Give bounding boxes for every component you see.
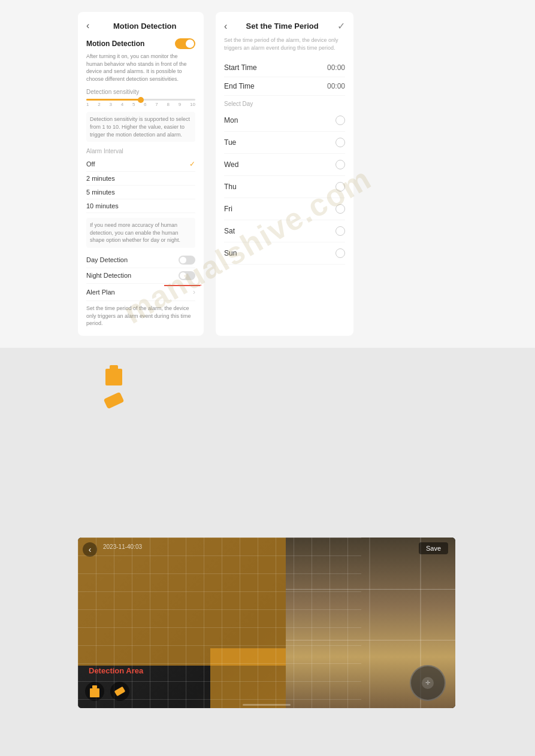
detection-area-label: Detection Area <box>89 666 143 675</box>
interval-10min-label: 10 minutes <box>86 202 119 210</box>
stamp-tool-button[interactable] <box>85 682 104 701</box>
motion-description: After turning it on, you can monitor the… <box>86 53 195 83</box>
joystick[interactable]: ✛ <box>410 665 446 701</box>
day-row-tue[interactable]: Tue <box>224 132 345 154</box>
day-row-thu[interactable]: Thu <box>224 176 345 198</box>
end-time-row[interactable]: End Time 00:00 <box>224 77 345 96</box>
radio-fri[interactable] <box>335 204 345 214</box>
camera-view: ‹ 2023-11-40:03 Save Detection Area <box>78 538 455 708</box>
stamp-tool-icon <box>90 685 99 697</box>
start-time-value: 00:00 <box>327 63 345 72</box>
middle-icons <box>105 365 123 406</box>
day-row-fri[interactable]: Fri <box>224 198 345 220</box>
camera-back-arrow: ‹ <box>89 545 92 554</box>
interval-off-label: Off <box>86 160 95 168</box>
motion-detection-title: Motion Detection <box>94 22 195 31</box>
motion-detection-row: Motion Detection <box>86 38 195 49</box>
day-label-mon: Mon <box>224 116 238 125</box>
detection-note: If you need more accuracy of human detec… <box>86 218 195 248</box>
select-day-label: Select Day <box>224 96 345 110</box>
day-label-sat: Sat <box>224 227 235 235</box>
day-row-wed[interactable]: Wed <box>224 154 345 176</box>
interval-option-10min[interactable]: 10 minutes <box>86 199 195 213</box>
motion-detection-label: Motion Detection <box>86 40 144 48</box>
joystick-arrows: ✛ <box>425 680 430 686</box>
slider-thumb[interactable] <box>138 97 144 103</box>
start-time-row[interactable]: Start Time 00:00 <box>224 59 345 77</box>
time-period-description: Set the time period of the alarm, the de… <box>224 37 345 51</box>
radio-mon[interactable] <box>335 116 345 125</box>
start-time-label: Start Time <box>224 63 257 72</box>
sensitivity-slider[interactable]: 1 2 3 4 5 6 7 8 9 10 <box>86 99 195 107</box>
slider-track <box>86 99 195 101</box>
radio-thu[interactable] <box>335 182 345 192</box>
day-row-sat[interactable]: Sat <box>224 220 345 242</box>
left-panel: ‹ Motion Detection Motion Detection Afte… <box>78 12 204 336</box>
camera-back-button[interactable]: ‹ <box>83 542 97 557</box>
joystick-inner: ✛ <box>422 677 434 689</box>
scroll-bar <box>243 704 291 706</box>
interval-off-check: ✓ <box>189 160 195 168</box>
left-panel-header: ‹ Motion Detection <box>86 20 195 31</box>
end-time-label: End Time <box>224 82 255 90</box>
slider-fill <box>86 99 143 101</box>
alert-plan-row[interactable]: Alert Plan › <box>86 284 195 301</box>
day-detection-label: Day Detection <box>86 256 128 263</box>
day-label-fri: Fri <box>224 205 232 213</box>
day-row-mon[interactable]: Mon <box>224 110 345 132</box>
right-panel: ‹ Set the Time Period ✓ Set the time per… <box>216 12 353 336</box>
save-button[interactable]: Save <box>419 542 448 554</box>
right-panel-header: ‹ Set the Time Period ✓ <box>224 20 345 32</box>
time-period-title: Set the Time Period <box>227 22 337 31</box>
night-detection-toggle[interactable] <box>179 271 195 280</box>
radio-tue[interactable] <box>335 138 345 147</box>
day-detection-toggle[interactable] <box>179 256 195 265</box>
day-row-sun[interactable]: Sun <box>224 242 345 265</box>
interval-2min-label: 2 minutes <box>86 175 115 182</box>
sensitivity-note: Detection sensitivity is supported to se… <box>86 112 195 142</box>
interval-5min-label: 5 minutes <box>86 189 115 196</box>
interval-option-2min[interactable]: 2 minutes <box>86 172 195 186</box>
radio-wed[interactable] <box>335 160 345 169</box>
alarm-interval-label: Alarm Interval <box>86 148 195 154</box>
day-label-tue: Tue <box>224 138 236 147</box>
back-arrow-left[interactable]: ‹ <box>86 20 89 31</box>
eraser-tool-button[interactable] <box>110 682 129 701</box>
camera-timestamp: 2023-11-40:03 <box>103 544 142 550</box>
eraser-tool-icon <box>114 687 126 697</box>
day-label-sun: Sun <box>224 249 237 257</box>
top-section: ‹ Motion Detection Motion Detection Afte… <box>0 0 535 348</box>
camera-section: ‹ 2023-11-40:03 Save Detection Area <box>78 538 455 708</box>
alert-plan-description: Set the time period of the alarm, the de… <box>86 305 195 327</box>
radio-sun[interactable] <box>335 248 345 258</box>
camera-controls <box>85 682 129 701</box>
eraser-icon <box>104 392 125 409</box>
alert-plan-arrow <box>164 285 200 286</box>
day-label-thu: Thu <box>224 183 237 191</box>
day-detection-row: Day Detection <box>86 253 195 268</box>
chevron-right-icon: › <box>193 288 195 296</box>
stamp-icon <box>105 365 122 385</box>
night-detection-row: Night Detection <box>86 268 195 284</box>
day-label-wed: Wed <box>224 160 238 169</box>
interval-option-5min[interactable]: 5 minutes <box>86 186 195 199</box>
end-time-value: 00:00 <box>327 82 345 90</box>
page-wrapper: ‹ Motion Detection Motion Detection Afte… <box>0 0 535 756</box>
confirm-button[interactable]: ✓ <box>337 20 345 32</box>
radio-sat[interactable] <box>335 226 345 236</box>
sensitivity-section-label: Detection sensitivity <box>86 89 195 95</box>
interval-option-off[interactable]: Off ✓ <box>86 157 195 172</box>
motion-detection-toggle[interactable] <box>175 38 195 49</box>
alert-plan-label: Alert Plan <box>86 289 115 296</box>
night-detection-label: Night Detection <box>86 272 131 279</box>
